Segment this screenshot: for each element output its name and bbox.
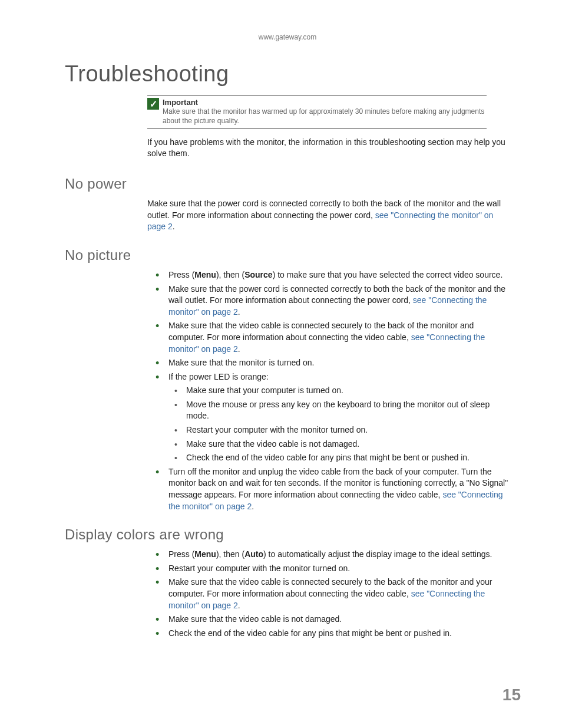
text: ), then ( [216,549,244,559]
section-no-picture: No picture [65,247,510,263]
callout-text: Make sure that the monitor has warmed up… [163,107,484,125]
text: Press ( [168,549,194,559]
list-item: Press (Menu), then (Auto) to automatical… [147,549,510,561]
list-item: Turn off the monitor and unplug the vide… [147,466,510,512]
list-item: If the power LED is orange: Make sure th… [147,371,510,464]
list-item: Make sure that the video cable is not da… [168,439,510,450]
section-display-colors: Display colors are wrong [65,526,510,543]
list-item: Make sure that your computer is turned o… [168,385,510,397]
text: . [238,601,240,610]
text: ), then ( [216,270,244,279]
page-title: Troubleshooting [65,61,510,87]
no-picture-list: Press (Menu), then (Source) to make sure… [147,269,510,512]
list-item: Make sure that the video cable is not da… [147,614,510,625]
list-item: Restart your computer with the monitor t… [147,563,510,575]
auto-label: Auto [244,549,263,559]
callout-label: Important [163,98,198,107]
list-item: Make sure that the monitor is turned on. [147,357,510,369]
list-item: Make sure that the power cord is connect… [147,284,510,318]
sub-list: Make sure that your computer is turned o… [168,385,510,464]
source-label: Source [244,270,272,279]
list-item: Move the mouse or press any key on the k… [168,399,510,422]
menu-label: Menu [194,270,216,279]
check-icon: ✓ [147,98,159,110]
section-no-power: No power [65,176,510,192]
no-power-para: Make sure that the power cord is connect… [147,198,510,233]
text: Press ( [168,270,194,279]
list-item: Restart your computer with the monitor t… [168,424,510,436]
important-callout: ✓ Important Make sure that the monitor h… [147,95,487,129]
header-url: www.gateway.com [65,33,510,41]
text: . [238,307,240,317]
text: ) to make sure that you have selected th… [273,270,503,279]
menu-label: Menu [194,549,216,559]
page-number: 15 [503,686,521,704]
list-item: Check the end of the video cable for any… [168,452,510,464]
text: If the power LED is orange: [168,372,269,381]
text: . [252,502,254,511]
text: . [238,344,240,354]
text: . [173,222,175,231]
list-item: Make sure that the video cable is connec… [147,577,510,611]
intro-text: If you have problems with the monitor, t… [147,137,510,159]
text: ) to automatically adjust the display im… [263,549,492,559]
list-item: Make sure that the video cable is connec… [147,320,510,355]
list-item: Press (Menu), then (Source) to make sure… [147,269,510,281]
list-item: Check the end of the video cable for any… [147,628,510,640]
display-colors-list: Press (Menu), then (Auto) to automatical… [147,549,510,639]
